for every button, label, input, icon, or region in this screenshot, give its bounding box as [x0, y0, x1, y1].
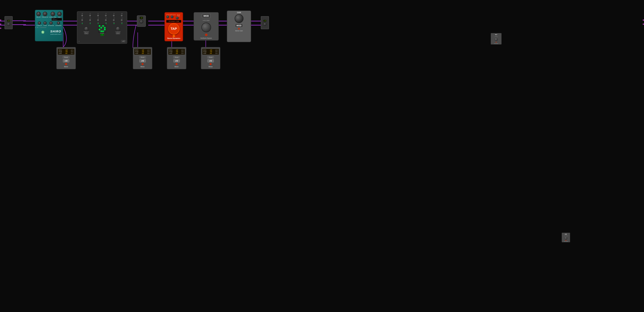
eq-l3-knob[interactable]: [104, 14, 108, 17]
meter-2-reset-button[interactable]: Reset: [139, 56, 146, 58]
eq-l3-freq-knob[interactable]: [104, 19, 108, 22]
eq-brand-logo: B: [78, 41, 80, 42]
hw-bypass-small-mod-badge: MOD: [564, 233, 568, 235]
eq-hq-freq-knob[interactable]: [120, 19, 124, 22]
eq-hq-knob[interactable]: [120, 14, 124, 17]
eq-lowpass-toggle[interactable]: OFF: [116, 33, 120, 34]
meter-4-peak-value: -inf: [210, 51, 212, 53]
shiro-lowcut-knob[interactable]: [38, 22, 41, 25]
right-output-port-1[interactable]: [643, 20, 644, 21]
stereo-gain-knob[interactable]: [234, 14, 244, 23]
meter-4-plugin: RMS -inf dBFS Peak -inf dBFS Hold -inf d…: [201, 47, 220, 69]
eq-enable-toggle[interactable]: ON: [100, 34, 104, 36]
shiro-early-tail-knob[interactable]: [50, 12, 55, 16]
eq-lq-freq-knob[interactable]: [81, 19, 84, 22]
meter-2-hold-unit: dBFS: [147, 53, 150, 54]
meter-3-peak-unit: dBFS: [181, 51, 184, 52]
meter-4-hold-unit: dBFS: [215, 53, 218, 54]
meter-4-reset-button[interactable]: Reset: [207, 56, 214, 58]
meter-2-hold-label: Hold: [135, 53, 138, 54]
meter-4-title: Meter: [208, 66, 213, 68]
meter-4-hold-value: -inf: [210, 53, 212, 54]
shiro-predelay-knob[interactable]: [43, 12, 47, 16]
vol-meter-left-knob[interactable]: [140, 20, 144, 24]
meter-2-x42-badge: x42: [139, 59, 146, 63]
eq-l2-knob[interactable]: [96, 14, 100, 17]
meter-1-rms-label: RMS: [59, 49, 62, 51]
hw-bypass-small-title: Hardware Bypass: [564, 241, 568, 242]
eq-x42-badge: x42: [121, 40, 126, 43]
eq-l4-knob[interactable]: [112, 14, 116, 17]
meter-1-hold-value: -inf: [65, 53, 68, 54]
meter-3-peak-label: Peak: [169, 51, 172, 53]
eq-l1-knob[interactable]: [88, 14, 92, 17]
left-input-port-3[interactable]: [0, 28, 1, 29]
meter-3-rms-value: -inf: [176, 49, 178, 51]
eq-l2-freq-knob[interactable]: [96, 19, 100, 22]
meter-1-peak-label: Peak: [59, 51, 62, 53]
hw-bypass-tr-mod-badge: MOD: [494, 34, 498, 36]
meter-2-title: Meter: [140, 66, 145, 68]
hw-bypass-main-knob[interactable]: [202, 23, 211, 32]
hw-bypass-small-knob[interactable]: [564, 237, 568, 240]
dynamics-mkup-knob[interactable]: [176, 17, 179, 20]
eq-band3-led: [98, 23, 98, 24]
meter-3-hold-label: Hold: [169, 53, 172, 54]
meter-3-x42-badge: x42: [173, 59, 180, 63]
dynamics-release-knob[interactable]: [170, 16, 174, 18]
eq-matrix-display: [98, 25, 106, 33]
eq-highpass-toggle[interactable]: OFF: [84, 33, 88, 34]
meter-2-rms-value: -inf: [142, 49, 144, 51]
meter-1-readout: RMS -inf dBFS Peak -inf dBFS Hold -inf d…: [58, 49, 74, 55]
meter-4-hold-label: Hold: [203, 53, 206, 54]
shiro-mix-knob[interactable]: [57, 12, 62, 16]
meter-4-peak-label: Peak: [203, 51, 206, 53]
hw-bypass-small-plugin: MOD Left & Right Hardware Bypass: [562, 233, 570, 242]
hw-bypass-small-led: [566, 240, 566, 241]
hw-bypass-tr-knob[interactable]: [494, 38, 498, 41]
eq-band-3: L2 +42 L3: [94, 13, 102, 24]
meter-4-led: [210, 63, 212, 65]
meter-1-hold-unit: dBFS: [71, 53, 74, 54]
eq-band5-led: [114, 23, 114, 24]
eq-band4-led: [106, 23, 106, 24]
meter-3-reset-button[interactable]: Reset: [173, 56, 180, 58]
eq-band-2: L1 +42 L2: [86, 13, 94, 24]
dynamics-attack-knob[interactable]: [166, 16, 169, 18]
eq-lq-knob[interactable]: [81, 14, 84, 17]
left-input-port-2[interactable]: [0, 24, 1, 25]
eq-l4-freq-knob[interactable]: [112, 19, 116, 22]
eq-highpass-label: HighPass: [84, 31, 89, 33]
meter-3-hold-unit: dBFS: [181, 53, 184, 54]
meter-2-readout: RMS -inf dBFS Peak -inf dBFS Hold -inf d…: [134, 49, 151, 55]
right-output-port-2[interactable]: [643, 24, 644, 25]
hw-bypass-tr-subtitle: Left & Right: [495, 37, 498, 37]
meter-3-title: Meter: [174, 66, 179, 68]
dynamics-mkup-label: MKUP GAIN: [176, 14, 181, 17]
input-knob[interactable]: [7, 22, 10, 26]
eq-highpass-knob[interactable]: [84, 27, 88, 31]
eq-lowpass-label: LowPass: [115, 31, 120, 33]
left-input-port-1[interactable]: [0, 20, 1, 21]
meter-3-hold-value: -inf: [176, 53, 178, 54]
shiro-model: SHIROVERS MK II: [50, 34, 61, 35]
hw-bypass-tr-led: [496, 42, 496, 43]
shiro-tone-knob[interactable]: [44, 22, 47, 25]
hw-bypass-title: Hardware Bypass: [200, 37, 212, 39]
meter-2-hold-value: -inf: [142, 53, 144, 54]
shiro-name: SHIRO: [50, 29, 61, 34]
shiro-decay-knob[interactable]: [36, 12, 41, 16]
eq-band6-led: [122, 23, 122, 24]
shiro-interval-knob[interactable]: [50, 22, 53, 25]
shiro-shimmer-knob[interactable]: [57, 22, 60, 25]
dynamics-led: [173, 35, 175, 37]
meter-1-reset-button[interactable]: Reset: [63, 56, 70, 58]
meter-4-peak-unit: dBFS: [215, 51, 218, 52]
meter-1-hold-label: Hold: [59, 53, 62, 54]
output-knob[interactable]: [263, 22, 267, 26]
meter-3-rms-unit: dBFS: [181, 50, 184, 51]
hw-bypass-mod-badge: MOD: [202, 14, 210, 18]
dynamics-tap-button[interactable]: TAP: [168, 23, 180, 35]
eq-lowpass-knob[interactable]: [116, 27, 120, 31]
eq-l1-freq-knob[interactable]: [88, 19, 92, 22]
